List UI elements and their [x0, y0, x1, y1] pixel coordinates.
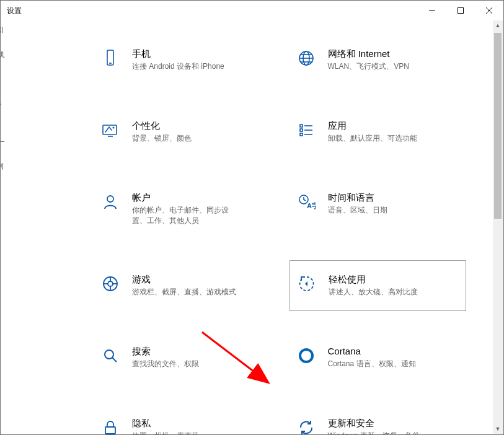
- scroll-up-arrow-icon[interactable]: ▲: [493, 20, 503, 30]
- svg-point-13: [113, 127, 115, 129]
- settings-item-personal[interactable]: 个性化背景、锁屏、颜色: [94, 116, 271, 148]
- item-desc: 卸载、默认应用、可选功能: [328, 133, 417, 144]
- svg-point-29: [300, 349, 312, 362]
- settings-item-phone[interactable]: 手机连接 Android 设备和 iPhone: [94, 44, 271, 76]
- settings-item-cortana[interactable]: CortanaCortana 语言、权限、通知: [290, 341, 467, 374]
- item-desc: 连接 Android 设备和 iPhone: [132, 61, 224, 72]
- svg-rect-30: [105, 427, 115, 434]
- personal-icon: [100, 120, 121, 141]
- item-desc: 查找我的文件、权限: [132, 359, 199, 369]
- privacy-icon: [100, 417, 121, 435]
- item-desc: WLAN、飞行模式、VPN: [328, 61, 409, 72]
- svg-rect-15: [300, 129, 303, 131]
- settings-item-gaming[interactable]: 游戏游戏栏、截屏、直播、游戏模式: [94, 270, 271, 302]
- window-title: 设置: [1, 6, 418, 16]
- gaming-icon: [100, 273, 121, 294]
- item-desc: Cortana 语言、权限、通知: [328, 359, 416, 369]
- item-label: 网络和 Internet: [328, 48, 409, 60]
- svg-rect-16: [300, 133, 303, 136]
- svg-point-26: [108, 281, 113, 286]
- item-desc: Windows 更新、恢复、备份: [328, 431, 420, 435]
- item-desc: 背景、锁屏、颜色: [132, 133, 192, 144]
- scroll-thumb[interactable]: [494, 33, 502, 219]
- cortana-icon: [296, 345, 317, 366]
- settings-item-accounts[interactable]: 帐户你的帐户、电子邮件、同步设置、工作、其他人员: [94, 188, 271, 230]
- item-desc: 位置、相机、麦克风: [132, 431, 199, 435]
- close-button[interactable]: [475, 1, 503, 20]
- svg-rect-1: [458, 8, 464, 14]
- vertical-scrollbar[interactable]: ▲ ▼: [493, 20, 503, 434]
- titlebar: 设置: [1, 1, 503, 20]
- settings-item-apps[interactable]: 应用卸载、默认应用、可选功能: [290, 116, 467, 148]
- settings-window: 设置 手机连接 Android 设备和 iPhone网络和 InternetWL…: [0, 0, 504, 435]
- item-label: 游戏: [132, 273, 236, 286]
- maximize-button[interactable]: [446, 1, 475, 20]
- settings-item-ease[interactable]: 轻松使用讲述人、放大镜、高对比度: [290, 260, 467, 311]
- settings-item-time[interactable]: A字时间和语言语音、区域、日期: [290, 188, 467, 230]
- settings-item-search[interactable]: 搜索查找我的文件、权限: [94, 341, 271, 374]
- item-desc: 游戏栏、截屏、直播、游戏模式: [132, 287, 236, 297]
- accounts-icon: [100, 191, 121, 213]
- settings-item-network[interactable]: 网络和 InternetWLAN、飞行模式、VPN: [290, 44, 467, 76]
- item-label: Cortana: [328, 345, 416, 358]
- apps-icon: [296, 120, 317, 141]
- minimize-button[interactable]: [418, 1, 446, 20]
- svg-line-28: [112, 358, 117, 362]
- svg-point-20: [107, 196, 113, 202]
- time-icon: A字: [296, 191, 317, 213]
- item-desc: 你的帐户、电子邮件、同步设置、工作、其他人员: [132, 205, 237, 226]
- search-icon: [100, 345, 121, 366]
- item-desc: 语音、区域、日期: [328, 205, 387, 216]
- item-label: 时间和语言: [328, 191, 387, 204]
- item-label: 隐私: [132, 417, 199, 429]
- edge-artifacts: 引 肌 6 — 刂: [0, 1, 5, 434]
- settings-item-privacy[interactable]: 隐私位置、相机、麦克风: [94, 413, 271, 435]
- network-icon: [296, 48, 317, 69]
- item-desc: 讲述人、放大镜、高对比度: [329, 287, 418, 297]
- settings-item-update[interactable]: 更新和安全Windows 更新、恢复、备份: [290, 413, 467, 435]
- item-label: 手机: [132, 48, 224, 60]
- svg-rect-14: [300, 125, 303, 127]
- svg-point-27: [105, 350, 113, 359]
- item-label: 轻松使用: [329, 273, 418, 286]
- svg-rect-11: [103, 125, 117, 134]
- ease-icon: [296, 273, 317, 294]
- item-label: 搜索: [132, 345, 199, 358]
- scroll-down-arrow-icon[interactable]: ▼: [493, 424, 503, 434]
- update-icon: [296, 417, 317, 435]
- item-label: 帐户: [132, 191, 237, 204]
- item-label: 应用: [328, 120, 417, 132]
- phone-icon: [100, 48, 121, 69]
- svg-text:A字: A字: [307, 202, 316, 209]
- settings-grid: 手机连接 Android 设备和 iPhone网络和 InternetWLAN、…: [94, 44, 466, 435]
- item-label: 个性化: [132, 120, 192, 132]
- item-label: 更新和安全: [328, 417, 420, 429]
